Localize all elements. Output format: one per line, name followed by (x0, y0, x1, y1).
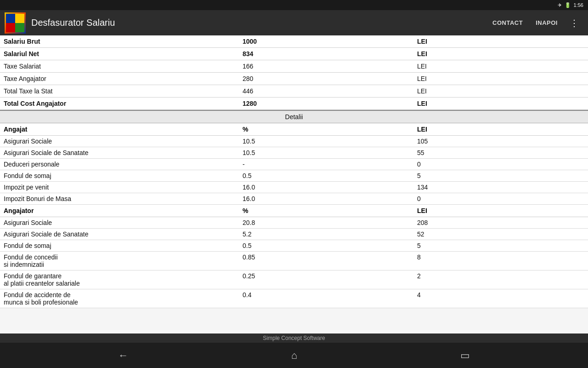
detail-row: Impozit Bonuri de Masa 16.0 0 (0, 193, 588, 205)
detail-lei: 4 (413, 289, 588, 308)
bottom-nav: ← ⌂ ▭ (0, 343, 588, 368)
summary-value: 166 (239, 60, 413, 73)
summary-table: Salariu Brut 1000 LEI Salariul Net 834 L… (0, 35, 588, 110)
summary-label: Salariul Net (0, 48, 239, 60)
detail-row: Fondul de somaj 0.5 5 (0, 240, 588, 252)
summary-label: Taxe Angajator (0, 73, 239, 85)
detail-label: Asigurari Sociale (0, 136, 239, 147)
detail-pct: 16.0 (239, 182, 413, 193)
summary-row: Total Cost Angajator 1280 LEI (0, 98, 588, 110)
app-bar: Desfasurator Salariu CONTACT INAPOI ⋮ (0, 10, 588, 35)
group-name: Angajat (0, 123, 239, 136)
detail-pct: 20.8 (239, 217, 413, 229)
summary-value: 1280 (239, 98, 413, 110)
detail-row: Impozit pe venit 16.0 134 (0, 182, 588, 193)
summary-label: Total Taxe la Stat (0, 85, 239, 98)
summary-value: 834 (239, 48, 413, 60)
svg-rect-0 (6, 14, 15, 23)
summary-value: 1000 (239, 35, 413, 48)
detail-label: Asigurari Sociale (0, 217, 239, 229)
app-title: Desfasurator Salariu (31, 17, 487, 28)
detail-table: Angajat % LEI Asigurari Sociale 10.5 105… (0, 123, 588, 308)
detail-pct: 16.0 (239, 193, 413, 205)
status-bar: ✈ 🔋 1:56 (0, 0, 588, 10)
group-pct-header: % (239, 205, 413, 217)
detail-group-header: Angajat % LEI (0, 123, 588, 136)
detail-label: Deduceri personale (0, 159, 239, 170)
detail-pct: 5.2 (239, 229, 413, 240)
summary-row: Taxe Angajator 280 LEI (0, 73, 588, 85)
detail-lei: 52 (413, 229, 588, 240)
summary-unit: LEI (413, 35, 588, 48)
footer-bar: Simple Concept Software (0, 334, 588, 343)
detail-row: Deduceri personale - 0 (0, 159, 588, 170)
contact-button[interactable]: CONTACT (487, 16, 528, 30)
detail-lei: 8 (413, 252, 588, 270)
detail-label: Fondul de accidente de munca si boli pro… (0, 289, 239, 308)
main-content: Salariu Brut 1000 LEI Salariul Net 834 L… (0, 35, 588, 334)
group-lei-header: LEI (413, 123, 588, 136)
detail-tbody: Angajat % LEI Asigurari Sociale 10.5 105… (0, 123, 588, 308)
app-logo (5, 12, 26, 34)
detail-label: Fondul de somaj (0, 170, 239, 182)
detail-lei: 0 (413, 193, 588, 205)
detail-row: Asigurari Sociale de Sanatate 10.5 55 (0, 147, 588, 159)
detail-row: Fondul de accidente de munca si boli pro… (0, 289, 588, 308)
detail-label: Asigurari Sociale de Sanatate (0, 147, 239, 159)
detail-lei: 5 (413, 170, 588, 182)
detail-pct: 0.4 (239, 289, 413, 308)
detail-pct: 0.85 (239, 252, 413, 270)
back-button[interactable]: INAPOI (530, 16, 563, 30)
nav-back-button[interactable]: ← (109, 346, 137, 365)
detail-row: Asigurari Sociale de Sanatate 5.2 52 (0, 229, 588, 240)
summary-row: Salariul Net 834 LEI (0, 48, 588, 60)
menu-button[interactable]: ⋮ (565, 14, 583, 32)
detail-row: Fondul de somaj 0.5 5 (0, 170, 588, 182)
time-display: 1:56 (574, 2, 583, 8)
detail-label: Asigurari Sociale de Sanatate (0, 229, 239, 240)
detail-pct: - (239, 159, 413, 170)
detail-row: Asigurari Sociale 10.5 105 (0, 136, 588, 147)
detail-pct: 0.25 (239, 270, 413, 289)
details-section-header: Detalii (0, 110, 588, 123)
svg-rect-2 (6, 23, 15, 32)
group-lei-header: LEI (413, 205, 588, 217)
detail-pct: 0.5 (239, 170, 413, 182)
summary-tbody: Salariu Brut 1000 LEI Salariul Net 834 L… (0, 35, 588, 110)
summary-unit: LEI (413, 60, 588, 73)
summary-unit: LEI (413, 85, 588, 98)
nav-home-button[interactable]: ⌂ (282, 346, 306, 365)
svg-rect-1 (15, 14, 24, 23)
airplane-icon: ✈ (558, 2, 562, 8)
detail-lei: 55 (413, 147, 588, 159)
footer-text: Simple Concept Software (263, 335, 325, 341)
summary-unit: LEI (413, 48, 588, 60)
group-name: Angajator (0, 205, 239, 217)
detail-lei: 134 (413, 182, 588, 193)
summary-label: Total Cost Angajator (0, 98, 239, 110)
summary-value: 446 (239, 85, 413, 98)
nav-buttons: CONTACT INAPOI ⋮ (487, 14, 583, 32)
detail-label: Fondul de garantare al platii creantelor… (0, 270, 239, 289)
detail-group-header: Angajator % LEI (0, 205, 588, 217)
summary-value: 280 (239, 73, 413, 85)
detail-lei: 0 (413, 159, 588, 170)
svg-rect-3 (15, 23, 24, 32)
detail-row: Fondul de garantare al platii creantelor… (0, 270, 588, 289)
detail-row: Fondul de concedii si indemnizatii 0.85 … (0, 252, 588, 270)
summary-label: Salariu Brut (0, 35, 239, 48)
detail-label: Fondul de somaj (0, 240, 239, 252)
detail-pct: 0.5 (239, 240, 413, 252)
summary-label: Taxe Salariat (0, 60, 239, 73)
detail-lei: 208 (413, 217, 588, 229)
detail-label: Impozit Bonuri de Masa (0, 193, 239, 205)
detail-lei: 2 (413, 270, 588, 289)
summary-unit: LEI (413, 73, 588, 85)
detail-lei: 5 (413, 240, 588, 252)
detail-lei: 105 (413, 136, 588, 147)
summary-row: Total Taxe la Stat 446 LEI (0, 85, 588, 98)
detail-label: Fondul de concedii si indemnizatii (0, 252, 239, 270)
group-pct-header: % (239, 123, 413, 136)
nav-recent-button[interactable]: ▭ (451, 346, 479, 365)
summary-row: Taxe Salariat 166 LEI (0, 60, 588, 73)
